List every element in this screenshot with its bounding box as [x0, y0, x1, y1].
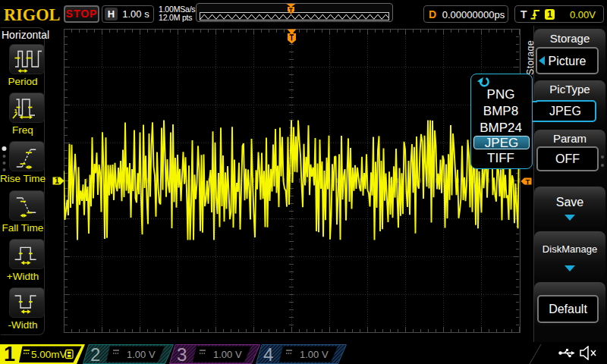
svg-text:T: T [526, 177, 530, 185]
svg-text:1: 1 [14, 108, 18, 115]
svg-text:4: 4 [263, 344, 273, 364]
svg-text:2: 2 [90, 344, 100, 364]
svg-text:1.00 V: 1.00 V [213, 349, 242, 360]
svg-text:3: 3 [177, 344, 187, 364]
svg-text:1.00 V: 1.00 V [127, 349, 156, 360]
svg-text:1: 1 [55, 177, 59, 185]
svg-text:5.00mV: 5.00mV [31, 349, 67, 360]
svg-text:1: 1 [4, 344, 15, 364]
svg-text:1.00 V: 1.00 V [300, 349, 329, 360]
